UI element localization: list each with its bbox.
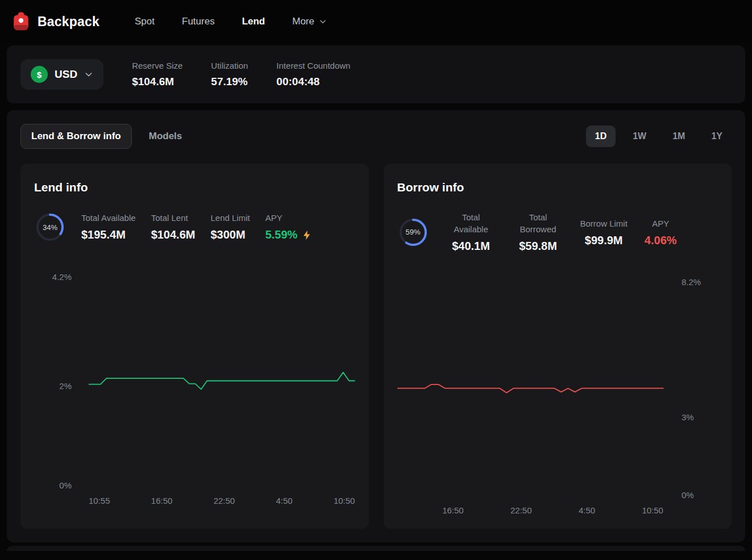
lend-ring-percent: 34% (34, 211, 66, 243)
lend-total-lent: Total Lent $104.6M (151, 213, 196, 241)
stat-label: Utilization (211, 61, 248, 70)
usd-coin-icon: $ (31, 66, 48, 83)
borrow-ring-percent: 59% (397, 216, 429, 248)
next-section-edge (7, 546, 745, 551)
borrow-total-available: Total Available $40.1M (446, 211, 496, 253)
lend-card-title: Lend info (34, 181, 355, 194)
stat-reserve-size: Reserve Size $104.6M (132, 61, 182, 88)
chevron-down-icon (84, 70, 93, 79)
brand[interactable]: Backpack (11, 11, 99, 32)
chevron-down-icon (319, 18, 327, 26)
borrow-apy-chart: 8.2%3%0% 16:5022:504:5010:50 (397, 266, 718, 515)
stat-value: 57.19% (211, 76, 248, 88)
tabs-row: Lend & Borrow info Models 1D 1W 1M 1Y (20, 124, 732, 149)
lend-chart-plot (89, 257, 355, 485)
borrow-total-borrowed: Total Borrowed $59.8M (513, 211, 563, 253)
primary-tabs: Lend & Borrow info Models (20, 124, 184, 149)
top-nav: Backpack Spot Futures Lend More (0, 0, 752, 43)
lend-progress-ring: 34% (34, 211, 66, 243)
borrow-limit: Borrow Limit $99.9M (580, 218, 628, 247)
stat-value: $104.6M (132, 76, 182, 88)
brand-name: Backpack (38, 14, 99, 30)
lend-info-card: Lend info 34% Total Available $195.4M To… (20, 164, 369, 529)
nav-more[interactable]: More (292, 16, 327, 27)
borrow-info-card: Borrow info 59% Total Available $40.1M T… (384, 164, 732, 529)
backpack-logo-icon (11, 11, 31, 32)
boost-bolt-icon (302, 230, 312, 240)
lend-apy-chart: 4.2%2%0% 10:5516:5022:504:5010:50 (34, 257, 355, 505)
lend-apy: APY 5.59% (265, 213, 313, 241)
borrow-stats-row: 59% Total Available $40.1M Total Borrowe… (397, 211, 718, 253)
tab-lend-borrow-info[interactable]: Lend & Borrow info (20, 124, 132, 149)
borrow-chart-x-axis: 16:5022:504:5010:50 (397, 495, 664, 515)
nav-lend[interactable]: Lend (242, 16, 265, 27)
nav-futures[interactable]: Futures (182, 16, 215, 27)
main-panel: Lend & Borrow info Models 1D 1W 1M 1Y Le… (7, 110, 745, 542)
borrow-chart-plot (397, 266, 664, 495)
borrow-apy-value: 4.06% (645, 234, 677, 247)
borrow-card-title: Borrow info (397, 181, 718, 194)
lend-chart-x-axis: 10:5516:5022:504:5010:50 (89, 485, 355, 505)
market-stats-bar: $ USD Reserve Size $104.6M Utilization 5… (7, 45, 745, 103)
lend-chart-y-axis: 4.2%2%0% (34, 257, 89, 485)
info-cards: Lend info 34% Total Available $195.4M To… (20, 164, 732, 529)
stat-label: Reserve Size (132, 61, 182, 70)
nav-more-label: More (292, 16, 314, 27)
lend-limit: Lend Limit $300M (210, 213, 250, 241)
borrow-chart-y-axis: 8.2%3%0% (663, 266, 718, 495)
range-1w-button[interactable]: 1W (624, 126, 655, 147)
stat-label: Interest Countdown (276, 61, 350, 70)
asset-selector[interactable]: $ USD (20, 59, 103, 90)
time-range-selector: 1D 1W 1M 1Y (586, 126, 732, 147)
lend-apy-value: 5.59% (265, 228, 298, 241)
stat-value: 00:04:48 (276, 76, 350, 88)
tab-models[interactable]: Models (147, 124, 185, 148)
range-1d-button[interactable]: 1D (586, 126, 616, 147)
nav-spot[interactable]: Spot (135, 16, 155, 27)
lend-stats-row: 34% Total Available $195.4M Total Lent $… (34, 211, 355, 243)
main-nav: Spot Futures Lend More (135, 16, 327, 27)
lend-total-available: Total Available $195.4M (81, 213, 136, 241)
borrow-apy: APY 4.06% (645, 218, 677, 247)
range-1y-button[interactable]: 1Y (702, 126, 732, 147)
borrow-progress-ring: 59% (397, 216, 429, 248)
stat-utilization: Utilization 57.19% (211, 61, 248, 88)
asset-label: USD (55, 68, 77, 81)
stat-interest-countdown: Interest Countdown 00:04:48 (276, 61, 350, 88)
range-1m-button[interactable]: 1M (663, 126, 694, 147)
